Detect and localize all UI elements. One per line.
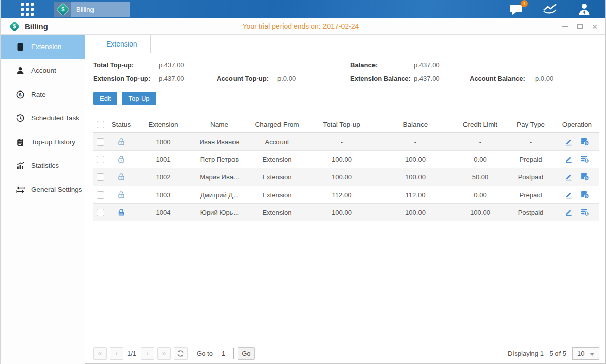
extension-name: Иван Иванов [191,138,248,146]
topup-row-button[interactable]: $ [580,173,589,181]
row-checkbox[interactable] [97,191,104,199]
last-page-button[interactable]: » [157,347,171,360]
sidebar-item-label: Extension [31,43,61,51]
total-topup: 100.00 [306,156,377,163]
row-checkbox[interactable] [97,209,104,216]
go-button[interactable]: Go [238,347,255,360]
credit-limit: 100.00 [454,209,506,216]
operation-cell: $ [555,138,599,146]
window-titlebar: $ Billing Your trial period ends on: 201… [1,18,605,35]
resource-monitor-button[interactable] [543,3,558,15]
sidebar-item-label: Statistics [31,162,59,169]
edit-row-button[interactable] [565,191,573,199]
sidebar-item-rate[interactable]: $ Rate [1,82,85,106]
extension-topup-value: p.437.00 [159,75,217,82]
charged-from: Extension [248,209,306,216]
tab-extension[interactable]: Extension [93,35,151,53]
charged-from: Extension [248,191,306,199]
prev-page-button[interactable]: ‹ [110,347,123,360]
line-chart-icon [543,3,558,15]
table-body: 1000 Иван Иванов Account - - - - [93,133,599,221]
app-grid-button[interactable] [1,0,54,18]
extension-balance-value: p.437.00 [414,75,470,82]
extension-number: 1001 [135,156,191,163]
table-row: 1001 Петр Петров Extension 100.00 100.00… [93,151,599,168]
select-all-checkbox[interactable] [97,121,104,128]
topup-row-button[interactable]: $ [580,155,589,163]
unlocked-icon [117,155,125,163]
account-topup-value: p.0.00 [277,75,350,82]
row-checkbox[interactable] [97,138,104,146]
credit-limit: 50.00 [454,173,506,181]
user-account-button[interactable] [577,3,591,16]
total-topup-value: p.437.00 [159,61,217,69]
first-page-button[interactable]: « [93,347,107,360]
table-row: 1004 Юрий Юрь... Extension 100.00 100.00… [93,204,599,221]
balance: 100.00 [377,156,454,163]
sidebar-item-label: General Settings [31,186,82,193]
coins-dollar-icon: $ [580,191,589,199]
row-checkbox[interactable] [97,173,104,181]
svg-text:$: $ [586,159,588,163]
sidebar-item-account[interactable]: Account [1,59,85,82]
operation-cell: $ [555,155,599,163]
row-checkbox[interactable] [97,156,104,163]
sidebar: Extension Account $ Rate Scheduled Task [1,35,85,364]
sidebar-item-topup-history[interactable]: Top-up History [1,130,85,154]
page-size-value: 10 [577,350,584,357]
topup-row-button[interactable]: $ [580,208,589,216]
coins-dollar-icon: $ [580,155,589,163]
edit-row-button[interactable] [565,155,573,163]
edit-row-button[interactable] [565,173,573,181]
minimize-button[interactable] [561,23,568,30]
operation-cell: $ [555,208,599,216]
topup-row-button[interactable]: $ [580,138,589,146]
extension-number: 1003 [135,191,191,199]
pay-type: Postpaid [506,173,555,181]
page-size-select[interactable]: 10 [572,347,599,360]
next-page-button[interactable]: › [141,347,154,360]
sidebar-item-extension[interactable]: Extension [1,35,85,59]
goto-page-input[interactable] [218,348,234,359]
account-balance-label: Account Balance: [470,75,535,82]
notepad-icon [16,138,25,146]
column-credit-limit: Credit Limit [454,121,506,128]
charged-from: Account [248,138,306,146]
pencil-icon [565,173,573,181]
table-row: 1003 Дмитрий Д... Extension 112.00 112.0… [93,186,599,204]
sidebar-item-statistics[interactable]: Statistics [1,154,85,177]
topup-row-button[interactable]: $ [580,191,589,199]
balance: - [377,138,454,146]
refresh-button[interactable] [174,347,188,360]
notification-badge: ! [521,0,528,7]
edit-row-button[interactable] [565,208,573,216]
maximize-button[interactable] [576,23,583,30]
person-icon [16,67,25,75]
coins-dollar-icon: $ [580,138,589,146]
unlocked-icon [117,191,125,199]
sidebar-item-general-settings[interactable]: General Settings [1,177,85,201]
user-icon [577,3,591,16]
pencil-icon [565,191,573,199]
app-grid-icon [21,3,34,16]
window-title: Billing [25,22,48,31]
pencil-icon [565,138,573,146]
edit-row-button[interactable] [565,138,573,146]
balance-summary: Total Top-up: p.437.00 Balance: p.437.00… [93,61,599,82]
topup-button[interactable]: Top Up [122,92,156,105]
edit-button[interactable]: Edit [93,92,117,105]
status-cell [107,155,135,163]
account-balance-value: p.0.00 [535,75,599,82]
close-button[interactable]: × [591,23,598,30]
column-balance: Balance [377,121,454,128]
sidebar-item-scheduled-task[interactable]: Scheduled Task [1,106,85,130]
trial-notice: Your trial period ends on: 2017-02-24 [243,22,359,30]
column-operation: Operation [555,121,599,128]
notifications-button[interactable]: ! [509,3,524,15]
status-cell [107,191,135,199]
status-cell [107,138,135,146]
billing-app-tab[interactable]: $ Billing [54,2,130,17]
svg-text:$: $ [586,176,588,180]
column-charged-from: Charged From [248,121,306,128]
extension-number: 1004 [135,209,191,216]
